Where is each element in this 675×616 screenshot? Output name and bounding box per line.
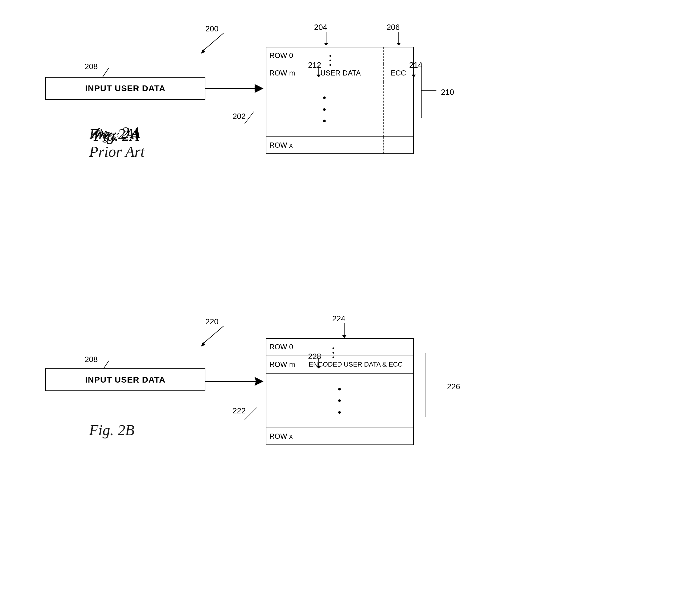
rowx-label-bottom: ROW x [267,430,296,442]
leader-214 [409,65,421,77]
input-label-top: INPUT USER DATA [85,84,165,93]
table-row-x-bottom: ROW x [267,428,413,445]
svg-line-23 [245,408,257,420]
ecc-label: ECC [391,69,406,77]
table-row-0-bottom: ROW 0 [267,339,413,356]
data-table-top: ROW 0 ROW m USER DATA ECC ••• ROW x [266,47,414,154]
row0-label-bottom: ROW 0 [267,341,296,353]
svg-text:•: • [332,354,334,361]
rowm-label-bottom: ROW m [267,359,298,371]
svg-text:•: • [329,62,331,68]
table-row-dots-top: ••• [267,82,413,137]
svg-line-2 [103,68,109,77]
svg-marker-11 [396,43,401,45]
input-label-bottom: INPUT USER DATA [85,375,165,385]
hollow-arrow-top [204,78,270,99]
hollow-arrow-bottom [204,371,270,392]
leader-224 [340,322,349,338]
table-row-0-top: ROW 0 [267,48,413,64]
leader-202 [233,109,257,127]
svg-marker-15 [316,75,321,77]
leader-226 [423,350,453,420]
svg-line-18 [202,326,223,344]
leader-228 [314,356,326,368]
leader-200 [199,30,236,54]
fig2b-text: Fig. 2B [89,421,134,439]
svg-marker-17 [411,75,416,77]
col-dots-bottom: • • • [331,346,337,361]
leader-210 [418,60,448,121]
userdata-label: USER DATA [320,69,361,77]
dots-bottom: ••• [338,383,342,418]
table-row-dots-bottom: ••• [267,374,413,428]
leader-220 [199,323,236,347]
svg-line-7 [245,112,254,124]
dots-top: ••• [322,92,326,127]
row0-label-top: ROW 0 [267,50,296,62]
rowm-label-top: ROW m [267,67,298,79]
leader-212 [314,65,326,77]
input-box-bottom: INPUT USER DATA [45,368,205,391]
ref-208-top: 208 [85,62,97,71]
leader-204 [322,30,331,45]
svg-marker-9 [324,43,328,45]
leader-206 [394,30,403,45]
input-box-top: INPUT USER DATA [45,77,205,100]
fig2a-text: Fig. 2A Prior Art [89,125,145,160]
table-row-m-top: ROW m USER DATA ECC [267,64,413,82]
svg-marker-25 [342,335,347,338]
ref-208-bottom: 208 [85,355,97,364]
leader-222 [242,405,266,423]
col-dots-top: • • • [328,54,334,69]
table-row-x-top: ROW x [267,137,413,153]
svg-marker-29 [316,366,321,368]
table-row-m-bottom: ROW m ENCODED USER DATA & ECC [267,356,413,374]
svg-line-0 [202,33,223,51]
rowx-label-top: ROW x [267,139,296,151]
data-table-bottom: ROW 0 ROW m ENCODED USER DATA & ECC ••• … [266,338,414,445]
